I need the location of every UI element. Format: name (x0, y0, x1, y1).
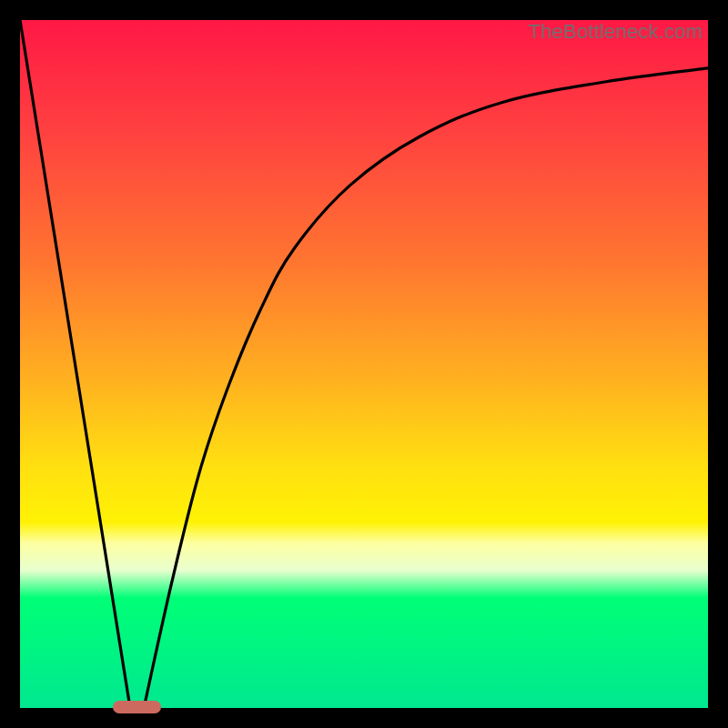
right-curve-line (144, 68, 708, 708)
minimum-marker (113, 701, 161, 713)
chart-frame: TheBottleneck.com (0, 0, 728, 728)
curve-layer (20, 20, 708, 708)
plot-area: TheBottleneck.com (20, 20, 708, 708)
left-edge-line (20, 20, 130, 708)
